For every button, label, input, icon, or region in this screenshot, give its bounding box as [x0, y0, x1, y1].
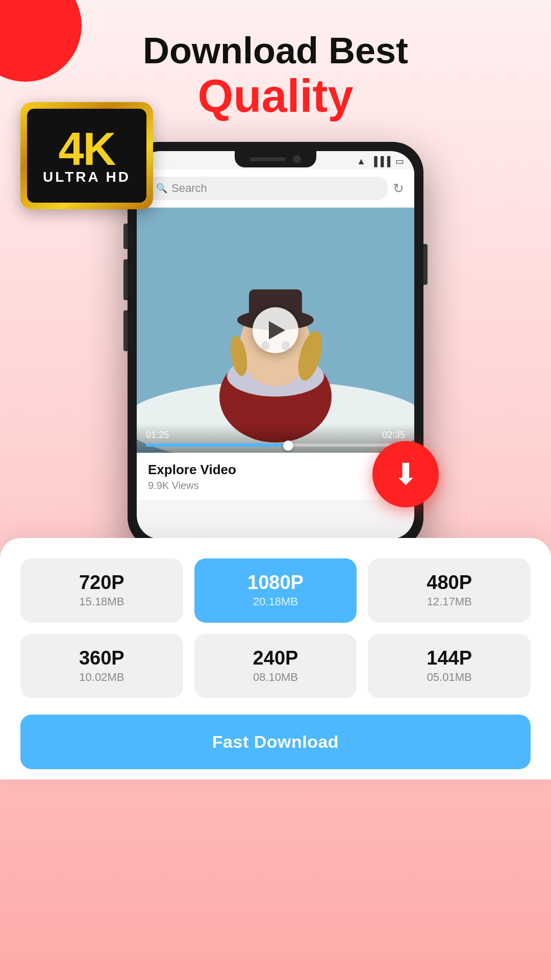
fast-download-button[interactable]: Fast Download [20, 715, 531, 769]
download-icon: ⬇ [393, 459, 418, 489]
quality-card-360p[interactable]: 360P10.02MB [20, 634, 183, 698]
video-title: Explore Video [148, 462, 403, 478]
search-icon: 🔍 [156, 183, 167, 194]
phone-notch [235, 151, 316, 167]
badge-4k-inner: 4K ULTRA HD [27, 109, 146, 203]
battery-icon: ▭ [395, 156, 404, 167]
quality-size-4: 08.10MB [203, 671, 349, 684]
time-row: 01:25 02:35 [146, 430, 405, 440]
progress-thumb [283, 440, 293, 451]
video-views: 9.9K Views [148, 480, 403, 492]
quality-panel: 720P15.18MB1080P20.18MB480P12.17MB360P10… [0, 538, 551, 779]
quality-card-1080p[interactable]: 1080P20.18MB [194, 558, 357, 623]
badge-4k-text: 4K [58, 126, 115, 172]
phone-power-button [423, 244, 428, 285]
video-progress-area: 01:25 02:35 [137, 424, 414, 453]
progress-fill [146, 444, 288, 447]
browser-search-bar[interactable]: 🔍 Search [147, 177, 388, 200]
time-total: 02:35 [382, 430, 405, 440]
quality-size-5: 05.01MB [376, 671, 522, 684]
search-placeholder: Search [171, 182, 207, 195]
browser-bar: 🔍 Search ↻ [137, 169, 414, 208]
phone-volume-up-button [123, 259, 128, 300]
play-icon [269, 321, 285, 339]
refresh-icon[interactable]: ↻ [393, 181, 404, 197]
quality-size-0: 15.18MB [29, 595, 175, 608]
phone-mute-button [123, 224, 128, 249]
download-fab-button[interactable]: ⬇ [372, 441, 439, 507]
badge-4k: 4K ULTRA HD [20, 102, 153, 209]
quality-resolution-3: 360P [29, 648, 175, 668]
quality-size-2: 12.17MB [376, 595, 522, 608]
quality-card-480p[interactable]: 480P12.17MB [368, 558, 531, 623]
phone-mockup-wrapper: ▲ ▐▐▐ ▭ 🔍 Search ↻ [128, 142, 423, 548]
phone-outer: ▲ ▐▐▐ ▭ 🔍 Search ↻ [128, 142, 423, 548]
quality-card-144p[interactable]: 144P05.01MB [368, 634, 531, 698]
signal-icon: ▐▐▐ [371, 156, 390, 167]
quality-resolution-1: 1080P [203, 573, 349, 592]
phone-volume-down-button [123, 310, 128, 351]
progress-track[interactable] [146, 444, 405, 447]
header-line1: Download Best [0, 31, 551, 71]
quality-resolution-2: 480P [376, 573, 522, 592]
quality-resolution-0: 720P [29, 573, 175, 592]
play-button[interactable] [253, 307, 298, 353]
phone-speaker [250, 157, 286, 161]
phone-camera [293, 155, 301, 163]
badge-4k-sub: ULTRA HD [43, 169, 131, 185]
time-current: 01:25 [146, 430, 169, 440]
wifi-icon: ▲ [357, 156, 366, 167]
quality-card-720p[interactable]: 720P15.18MB [20, 558, 183, 623]
quality-size-1: 20.18MB [203, 595, 349, 608]
quality-card-240p[interactable]: 240P08.10MB [194, 634, 357, 698]
quality-resolution-4: 240P [203, 648, 349, 668]
quality-grid: 720P15.18MB1080P20.18MB480P12.17MB360P10… [20, 558, 531, 698]
quality-resolution-5: 144P [376, 648, 522, 668]
quality-size-3: 10.02MB [29, 671, 175, 684]
video-thumbnail[interactable]: 01:25 02:35 [137, 208, 414, 453]
